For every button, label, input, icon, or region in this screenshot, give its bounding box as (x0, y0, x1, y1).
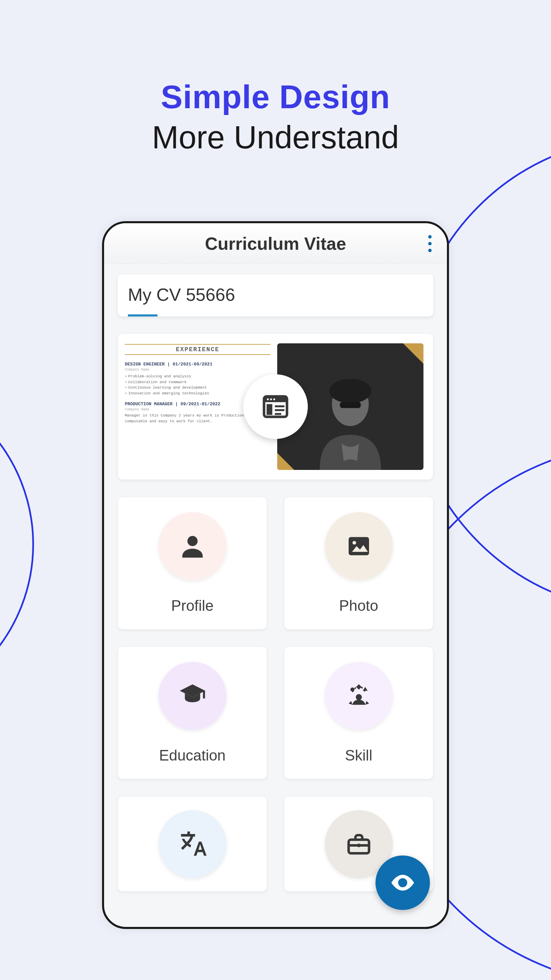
template-button[interactable] (243, 374, 308, 439)
dot-icon (428, 249, 432, 252)
cv-name-value: My CV 55666 (128, 285, 423, 305)
decorative-curve (0, 374, 34, 714)
cv-preview-card: EXPERIENCE DESIGN ENGINEER | 01/2021-09/… (118, 334, 433, 480)
phone-frame: Curriculum Vitae My CV 55666 EXPERIENCE … (102, 221, 449, 929)
skill-tile[interactable]: Skill (284, 646, 433, 779)
language-tile[interactable] (118, 796, 267, 891)
portrait-placeholder (292, 356, 409, 470)
job-title: PRODUCTION MANAGER | 09/2021-01/2022 (125, 401, 221, 407)
svg-rect-14 (349, 537, 369, 555)
tile-label: Photo (339, 597, 378, 614)
svg-point-18 (356, 694, 362, 700)
job-company: Company Name (125, 368, 270, 372)
svg-rect-12 (275, 413, 281, 415)
svg-rect-11 (275, 409, 284, 411)
dot-icon (428, 235, 432, 239)
svg-point-8 (273, 398, 275, 401)
person-icon (159, 512, 227, 580)
photo-tile[interactable]: Photo (284, 497, 433, 630)
cv-name-card[interactable]: My CV 55666 (118, 274, 433, 317)
app-header: Curriculum Vitae (104, 223, 447, 264)
template-icon (260, 391, 291, 422)
image-icon (325, 512, 393, 580)
headline-secondary: More Understand (0, 119, 551, 156)
phone-body: My CV 55666 EXPERIENCE DESIGN ENGINEER |… (104, 264, 447, 891)
graduation-icon (159, 662, 227, 730)
profile-tile[interactable]: Profile (118, 497, 267, 630)
juggle-icon (325, 662, 393, 730)
tile-label: Profile (171, 597, 214, 614)
svg-rect-9 (267, 404, 272, 415)
preview-fab[interactable] (375, 856, 430, 910)
tile-label: Education (159, 747, 226, 764)
tile-label: Skill (345, 747, 372, 764)
svg-rect-3 (340, 402, 361, 408)
translate-icon (159, 810, 227, 878)
svg-point-6 (267, 398, 269, 401)
dot-icon (428, 242, 432, 245)
progress-bar (128, 314, 423, 317)
more-menu-button[interactable] (428, 235, 432, 252)
job-title: DESIGN ENGINEER | 01/2021-09/2021 (125, 362, 212, 367)
svg-point-25 (400, 880, 405, 885)
svg-point-2 (329, 379, 372, 403)
svg-point-13 (187, 536, 198, 546)
svg-point-7 (270, 398, 272, 401)
experience-heading: EXPERIENCE (125, 344, 270, 355)
eye-icon (389, 869, 416, 896)
svg-rect-10 (275, 405, 284, 407)
headline: Simple Design More Understand (0, 0, 551, 156)
page-title: Curriculum Vitae (205, 234, 346, 254)
section-tiles: Profile Photo Education (118, 497, 433, 891)
svg-point-16 (353, 541, 356, 545)
education-tile[interactable]: Education (118, 646, 267, 779)
headline-primary: Simple Design (0, 78, 551, 116)
